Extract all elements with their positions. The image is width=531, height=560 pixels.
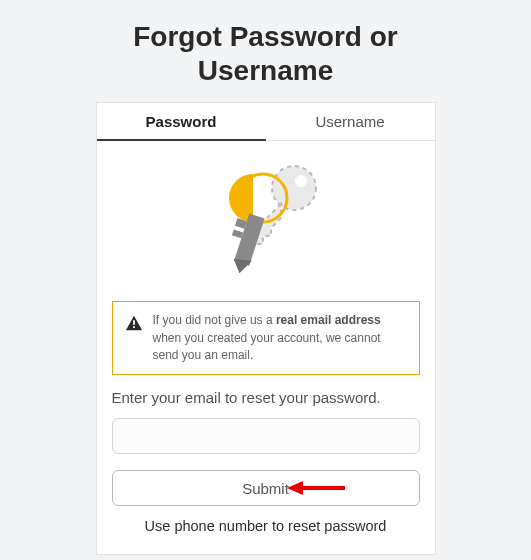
svg-rect-5 [231,230,242,239]
notice-text: If you did not give us a real email addr… [153,312,407,364]
tab-password[interactable]: Password [97,103,266,140]
prompt-text: Enter your email to reset your password. [112,389,420,406]
svg-rect-9 [133,326,135,328]
email-field[interactable] [112,418,420,454]
tab-username[interactable]: Username [266,103,435,140]
svg-point-1 [295,175,307,187]
forgot-card: Password Username [96,102,436,555]
submit-button[interactable]: Submit [112,470,420,506]
key-icon [191,156,341,286]
page-title: Forgot Password or Username [66,20,466,87]
warning-icon [125,314,143,332]
notice-banner: If you did not give us a real email addr… [112,301,420,375]
submit-wrap: Submit [112,470,420,506]
tabs: Password Username [97,103,435,141]
notice-suffix: when you created your account, we cannot… [153,331,381,362]
svg-point-0 [272,166,316,210]
notice-bold: real email address [276,313,381,327]
tab-content: If you did not give us a real email addr… [97,141,435,554]
use-phone-link[interactable]: Use phone number to reset password [112,518,420,534]
notice-prefix: If you did not give us a [153,313,276,327]
svg-rect-8 [133,320,135,325]
